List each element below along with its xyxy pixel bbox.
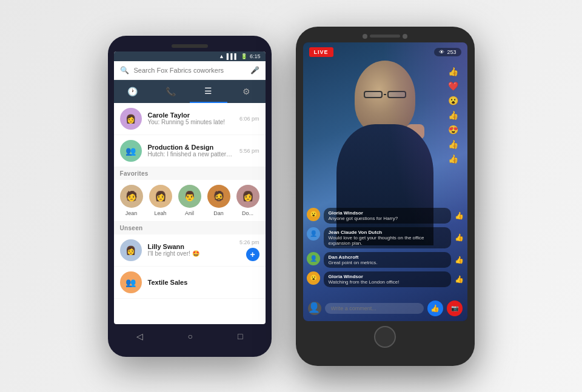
iphone-screen: LIVE 👁 253 👍 ❤️ 😮 👍 😍 👍 👍 😮 (303, 42, 467, 321)
convo-info-textile: Textile Sales (148, 279, 259, 286)
convo-item-prod[interactable]: 👥 Production & Design Hutch: I finished … (114, 135, 266, 167)
iphone-speaker (370, 35, 400, 38)
comment-like-1[interactable]: 👍 (455, 211, 464, 220)
fav-leah[interactable]: 👩 Leah (149, 185, 172, 216)
reaction-7: 👍 (448, 154, 458, 164)
reaction-4: 👍 (448, 110, 458, 120)
comments-section: 😮 Gloria Windsor Anyone got questions fo… (303, 208, 467, 291)
reactions-overlay: 👍 ❤️ 😮 👍 😍 👍 👍 (444, 67, 463, 230)
fav-name-leah: Leah (154, 210, 166, 216)
live-video-background: LIVE 👁 253 👍 ❤️ 😮 👍 😍 👍 👍 😮 (303, 42, 467, 321)
comment-like-3[interactable]: 👍 (455, 256, 464, 264)
reaction-5: 😍 (448, 125, 458, 135)
convo-name-prod: Production & Design (148, 144, 233, 151)
iphone-phone: LIVE 👁 253 👍 ❤️ 😮 👍 😍 👍 👍 😮 (296, 27, 475, 366)
comment-input-bar: 👤 👍 📷 (308, 301, 463, 316)
tab-recent[interactable]: 🕐 (114, 80, 152, 103)
iphone-camera-2 (403, 34, 407, 39)
viewer-number: 253 (447, 49, 456, 55)
eye-icon: 👁 (439, 49, 444, 55)
comment-input[interactable] (325, 303, 424, 314)
search-input[interactable] (134, 67, 246, 74)
tab-settings[interactable]: ⚙ (227, 80, 266, 103)
like-button[interactable]: 👍 (427, 301, 443, 316)
viewer-count: 👁 253 (434, 48, 461, 56)
comment-jean: 👤 Jean Claude Von Dutch Would love to ge… (307, 227, 464, 248)
nav-tabs: 🕐 📞 ☰ ⚙ (114, 80, 266, 103)
convo-item-carole[interactable]: 👩 Carole Taylor You: Running 5 minutes l… (114, 103, 266, 135)
comment-name-gloria-2: Gloria Windsor (329, 274, 446, 279)
comment-like-2[interactable]: 👍 (455, 233, 464, 242)
fav-name-dan: Dan (213, 210, 224, 216)
avatar-leah: 👩 (149, 185, 172, 208)
convo-item-textile[interactable]: 👥 Textile Sales (114, 267, 266, 299)
comment-name-gloria-1: Gloria Windsor (329, 210, 446, 216)
avatar-dan: 🧔 (207, 185, 230, 208)
search-icon: 🔍 (120, 66, 129, 75)
comment-name-jean: Jean Claude Von Dutch (329, 230, 446, 235)
live-overlay-top: LIVE 👁 253 (303, 47, 467, 57)
comment-text-gloria-2: Watching from the London office! (329, 279, 446, 285)
convo-preview-lilly: I'll be right over! 🤩 (148, 250, 233, 257)
comment-dan: 👤 Dan Ashcroft Great point on metrics. 👍 (307, 252, 464, 268)
comment-input-avatar: 👤 (308, 302, 321, 315)
comment-bubble-dan: Dan Ashcroft Great point on metrics. (324, 252, 451, 268)
fav-dan[interactable]: 🧔 Dan (207, 185, 230, 216)
nav-recent-btn[interactable]: □ (238, 331, 242, 341)
mic-icon[interactable]: 🎤 (250, 66, 259, 75)
fav-name-jean: Jean (125, 210, 138, 216)
signal-icon: ▌▌▌ (227, 53, 238, 59)
comment-avatar-gloria-2: 😮 (307, 271, 320, 285)
battery-icon: 🔋 (241, 53, 247, 59)
comment-text-dan: Great point on metrics. (329, 260, 446, 265)
avatar-lilly: 👩 (120, 239, 142, 261)
camera-button[interactable]: 📷 (447, 301, 463, 316)
iphone-home-area (303, 326, 467, 348)
fav-anil[interactable]: 👨 Anil (178, 185, 201, 216)
convo-preview-prod: Hutch: I finished a new pattern... (148, 151, 233, 158)
live-badge: LIVE (309, 47, 333, 57)
fav-name-do: Do... (242, 210, 253, 216)
iphone-home-button[interactable] (374, 326, 396, 348)
reaction-6: 👍 (448, 139, 458, 149)
convo-preview-carole: You: Running 5 minutes late! (148, 119, 233, 125)
convo-time-lilly: 5:26 pm (239, 239, 259, 245)
android-screen: ▲ ▌▌▌ 🔋 6:15 🔍 🎤 🕐 📞 ☰ ⚙ 👩 Carole Taylor (114, 51, 266, 324)
favorites-label: Favorites (114, 167, 266, 180)
fav-jean[interactable]: 🧑 Jean (120, 185, 143, 216)
comment-like-4[interactable]: 👍 (455, 275, 464, 284)
avatar-carole: 👩 (120, 108, 142, 130)
fab-button[interactable]: + (246, 248, 259, 261)
favorites-row: 🧑 Jean 👩 Leah 👨 Anil 🧔 Dan 👩 Do... (114, 180, 266, 222)
comment-gloria-2: 😮 Gloria Windsor Watching from the Londo… (307, 271, 464, 287)
unseen-list: 👩 Lilly Swann I'll be right over! 🤩 5:26… (114, 234, 266, 299)
reaction-2: ❤️ (448, 81, 458, 91)
convo-info-carole: Carole Taylor You: Running 5 minutes lat… (148, 111, 233, 125)
person-head (355, 61, 415, 133)
comment-gloria-1: 😮 Gloria Windsor Anyone got questions fo… (307, 208, 464, 224)
time-display: 6:15 (250, 53, 261, 59)
comment-avatar-jean: 👤 (307, 227, 320, 241)
convo-item-lilly[interactable]: 👩 Lilly Swann I'll be right over! 🤩 5:26… (114, 234, 266, 267)
convo-time-prod: 5:56 pm (239, 148, 259, 154)
tab-calls[interactable]: 📞 (152, 80, 190, 103)
iphone-top-bar (303, 34, 467, 39)
nav-back-btn[interactable]: ◁ (136, 331, 143, 341)
reaction-3: 😮 (448, 96, 458, 105)
tab-chats[interactable]: ☰ (190, 80, 228, 103)
reaction-1: 👍 (448, 67, 458, 76)
fav-name-anil: Anil (185, 210, 194, 216)
comment-bubble-jean: Jean Claude Von Dutch Would love to get … (324, 227, 451, 248)
convo-name-carole: Carole Taylor (148, 111, 233, 119)
glasses (364, 91, 406, 98)
unseen-label: Unseen (114, 222, 266, 234)
search-bar[interactable]: 🔍 🎤 (114, 61, 266, 80)
avatar-textile: 👥 (120, 271, 142, 293)
avatar-prod: 👥 (120, 140, 142, 162)
avatar-anil: 👨 (178, 185, 201, 208)
nav-home-btn[interactable]: ○ (188, 331, 193, 341)
conversation-list: 👩 Carole Taylor You: Running 5 minutes l… (114, 103, 266, 167)
iphone-camera (363, 34, 367, 39)
fav-do[interactable]: 👩 Do... (236, 185, 259, 216)
comment-text-gloria-1: Anyone got questions for Harry? (329, 216, 446, 221)
